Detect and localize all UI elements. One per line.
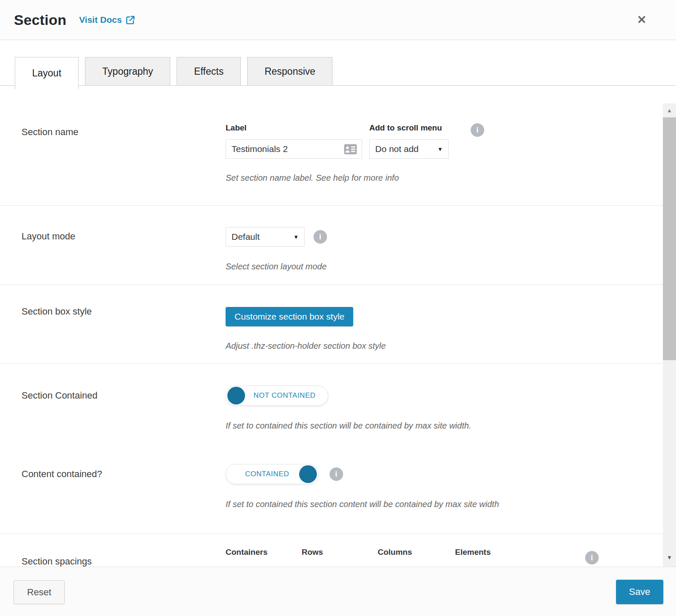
section-contained-toggle[interactable]: NOT CONTAINED bbox=[226, 385, 328, 406]
reset-button[interactable]: Reset bbox=[14, 580, 65, 604]
info-icon[interactable]: i bbox=[313, 230, 327, 244]
close-icon[interactable]: ✕ bbox=[637, 14, 646, 26]
section-name-help: Set section name label. See help for mor… bbox=[226, 173, 663, 183]
section-contained-label: Section Contained bbox=[0, 364, 226, 442]
label-field-title: Label bbox=[226, 123, 362, 133]
row-section-contained: Section Contained NOT CONTAINED If set t… bbox=[0, 364, 663, 442]
scroll-menu-title: Add to scroll menu bbox=[369, 123, 449, 133]
modal-footer: Reset Save bbox=[0, 567, 676, 616]
toggle-state-label: CONTAINED bbox=[245, 470, 289, 478]
scroll-down-icon[interactable]: ▼ bbox=[663, 551, 676, 564]
layout-mode-select[interactable]: Default ▼ bbox=[226, 227, 305, 247]
visit-docs-link[interactable]: Visit Docs bbox=[79, 15, 135, 25]
spacings-col-elements: Elements bbox=[455, 548, 540, 557]
box-style-help: Adjust .thz-section-holder section box s… bbox=[226, 341, 663, 351]
tab-bar: Layout Typography Effects Responsive bbox=[15, 57, 333, 89]
tab-layout[interactable]: Layout bbox=[15, 57, 79, 89]
tab-effects[interactable]: Effects bbox=[177, 57, 241, 86]
layout-tab-panel: Section name Label Testimonials 2 bbox=[0, 86, 676, 616]
scroll-up-icon[interactable]: ▲ bbox=[663, 103, 676, 117]
section-contained-help: If set to contained this section will be… bbox=[226, 421, 663, 431]
layout-mode-label: Layout mode bbox=[0, 206, 226, 285]
scroll-menu-field-group: Add to scroll menu Do not add ▼ bbox=[369, 123, 449, 159]
spacings-col-containers: Containers bbox=[226, 548, 302, 557]
spacings-col-columns: Columns bbox=[378, 548, 455, 557]
chevron-down-icon: ▼ bbox=[293, 234, 299, 240]
toggle-knob bbox=[299, 465, 317, 483]
info-icon[interactable]: i bbox=[471, 123, 484, 137]
scroll-menu-selected-value: Do not add bbox=[375, 144, 419, 154]
section-name-label: Section name bbox=[0, 86, 226, 205]
spacings-col-rows: Rows bbox=[302, 548, 378, 557]
customize-box-style-button[interactable]: Customize section box style bbox=[226, 307, 353, 326]
toggle-state-label: NOT CONTAINED bbox=[254, 391, 316, 400]
tab-typography[interactable]: Typography bbox=[85, 57, 170, 86]
page-title: Section bbox=[14, 12, 66, 28]
scrollbar-thumb[interactable] bbox=[663, 117, 676, 360]
row-section-name: Section name Label Testimonials 2 bbox=[0, 86, 663, 206]
label-field-group: Label Testimonials 2 bbox=[226, 123, 362, 159]
toggle-knob bbox=[227, 387, 245, 404]
info-icon[interactable]: i bbox=[585, 551, 599, 564]
vertical-scrollbar[interactable]: ▲ ▼ bbox=[663, 103, 676, 567]
section-settings-modal: Section Visit Docs ✕ Layout Typography E… bbox=[0, 0, 676, 616]
row-layout-mode: Layout mode Default ▼ i Select section l… bbox=[0, 206, 663, 285]
section-label-input[interactable]: Testimonials 2 bbox=[226, 139, 362, 159]
section-label-value: Testimonials 2 bbox=[232, 144, 288, 154]
info-icon[interactable]: i bbox=[330, 467, 343, 481]
save-button[interactable]: Save bbox=[616, 580, 663, 604]
content-contained-help: If set to contained this section content… bbox=[226, 499, 663, 509]
chevron-down-icon: ▼ bbox=[437, 146, 443, 152]
row-section-box-style: Section box style Customize section box … bbox=[0, 285, 663, 364]
visit-docs-label: Visit Docs bbox=[79, 15, 122, 25]
box-style-label: Section box style bbox=[0, 285, 226, 364]
row-content-contained: Content contained? CONTAINED i If set to… bbox=[0, 442, 663, 534]
tab-responsive[interactable]: Responsive bbox=[247, 57, 333, 86]
scroll-menu-select[interactable]: Do not add ▼ bbox=[369, 139, 449, 159]
layout-mode-help: Select section layout mode bbox=[226, 262, 663, 271]
layout-mode-selected-value: Default bbox=[232, 232, 260, 242]
content-contained-toggle[interactable]: CONTAINED bbox=[226, 464, 319, 484]
external-link-icon bbox=[125, 15, 135, 25]
id-card-icon[interactable] bbox=[344, 144, 357, 155]
content-contained-label: Content contained? bbox=[0, 442, 226, 534]
modal-header: Section Visit Docs ✕ bbox=[0, 0, 676, 40]
